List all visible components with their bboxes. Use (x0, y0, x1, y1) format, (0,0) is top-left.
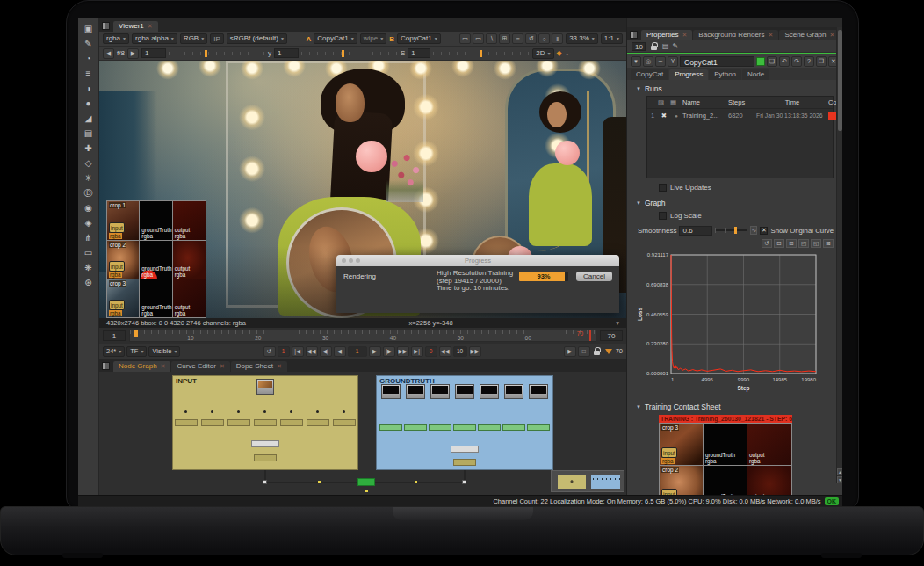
viewer-lut-dropdown[interactable]: sRGBf (default) (227, 33, 287, 44)
pause-icon[interactable]: ‖ (552, 33, 563, 44)
range-end-marker[interactable] (589, 330, 591, 341)
read-node[interactable] (381, 384, 401, 399)
saturation-slider[interactable] (433, 50, 530, 57)
prev-keyframe-button[interactable]: ◀◀ (306, 346, 318, 357)
keyer-tools-icon[interactable]: ◢ (81, 112, 97, 126)
float-panel-icon[interactable]: ❐ (816, 56, 827, 67)
timeline-ruler[interactable]: 10 20 30 40 50 60 70 (129, 330, 596, 342)
tab-properties[interactable]: Properties✕ (641, 30, 692, 40)
transform-tools-icon[interactable]: ✚ (81, 142, 97, 156)
stereo-field[interactable]: 1 (408, 48, 430, 58)
tab-background-renders[interactable]: Background Renders✕ (693, 30, 778, 40)
shuffle-node[interactable] (254, 454, 277, 461)
dot-node[interactable] (184, 410, 187, 413)
run-radio-icon[interactable]: ● (670, 113, 682, 119)
lock-panels-icon[interactable] (651, 46, 657, 50)
read-node[interactable] (406, 384, 425, 399)
in-frame-button[interactable]: 1 (278, 346, 290, 357)
appendclip-node[interactable] (251, 440, 279, 447)
dag-minimap[interactable] (551, 470, 624, 492)
smoothness-field[interactable]: 0.6 (679, 226, 711, 236)
frame-all-icon[interactable]: ⊡ (774, 239, 784, 248)
views-tools-icon[interactable]: ◉ (81, 201, 97, 215)
node-color-swatch[interactable] (756, 57, 765, 66)
film-icon[interactable]: ≡ (512, 33, 523, 44)
play-forward-button[interactable]: ▶ (369, 346, 381, 357)
channel-tools-icon[interactable]: ≡ (81, 67, 97, 81)
plugins-icon[interactable]: ⊛ (81, 276, 97, 290)
monitor-out-icon[interactable]: ▭ (459, 33, 471, 44)
center-node-icon[interactable]: ◎ (643, 56, 653, 67)
increment-button[interactable]: ▶▶ (469, 346, 481, 357)
scroll-down-icon[interactable]: ▼ (837, 476, 842, 483)
range-start-field[interactable]: 1 (103, 330, 126, 341)
crop-node[interactable] (333, 419, 356, 426)
dot-node[interactable] (290, 410, 292, 413)
timeline-frames-dropdown[interactable]: TF (126, 346, 147, 357)
tab-copycat[interactable]: CopyCat (631, 69, 668, 80)
tab-node[interactable]: Node (742, 69, 769, 80)
pane-menu-icon[interactable] (102, 22, 110, 30)
read-node[interactable] (480, 384, 499, 399)
collapse-toolbar-icon[interactable]: ⌄ (565, 50, 570, 57)
scroll-up-icon[interactable]: ▲ (837, 468, 842, 475)
stop-button[interactable]: □ (578, 346, 590, 357)
cancel-button[interactable]: Cancel (576, 272, 612, 281)
view-mode-dropdown[interactable]: 2D (532, 48, 553, 59)
link-icon[interactable]: ≂ (655, 56, 666, 67)
close-tab-icon[interactable]: ✕ (277, 363, 282, 370)
dot-node[interactable] (263, 410, 266, 413)
metadata-tools-icon[interactable]: ◈ (81, 216, 97, 230)
close-tab-icon[interactable]: ✕ (148, 23, 153, 30)
run-row[interactable]: 1 ✖ ● Training_2... 6820 Fri Jan 30 13:1… (647, 109, 833, 122)
toolsets-icon[interactable]: ⋔ (81, 231, 97, 245)
3d-tools-icon[interactable]: ◇ (81, 156, 97, 171)
layer-dropdown[interactable]: rgba.alpha (132, 33, 177, 44)
forward-increment-button[interactable]: |▶ (383, 346, 395, 357)
graph-section-header[interactable]: ▼ Graph (636, 198, 834, 208)
merge-tools-icon[interactable]: ▤ (81, 127, 97, 141)
help-icon[interactable]: ? (804, 56, 814, 67)
minimize-panel-icon[interactable]: ▾ (631, 56, 641, 67)
fps-dropdown[interactable]: 24* (103, 346, 125, 357)
contact-sheet-section-header[interactable]: ▼ Training Contact Sheet (636, 402, 834, 412)
deep-tools-icon[interactable]: Ⓓ (81, 186, 97, 200)
redo-icon[interactable]: ↷ (791, 56, 802, 67)
back-increment-button[interactable]: ◀| (320, 346, 332, 357)
gain-field[interactable]: 1 (141, 48, 166, 58)
close-tab-icon[interactable]: ✕ (220, 363, 225, 370)
window-traffic-lights[interactable] (342, 258, 360, 263)
dot-node[interactable] (316, 410, 319, 413)
node-name-field[interactable]: CopyCat1 (680, 56, 754, 67)
crop-node[interactable] (254, 419, 277, 426)
b-input-dropdown[interactable]: CopyCat1 (397, 33, 441, 44)
filter-tools-icon[interactable]: ● (81, 97, 97, 111)
playhead-marker[interactable] (134, 330, 138, 337)
crop-node-green[interactable] (527, 424, 550, 431)
tab-node-graph[interactable]: Node Graph✕ (113, 361, 170, 372)
loss-graph[interactable]: 0.0000010.2302800.4605590.6908380.921117… (636, 250, 834, 402)
show-original-curve-checkbox[interactable]: ✕ (760, 227, 768, 235)
read-node[interactable] (529, 384, 548, 399)
a-input-dropdown[interactable]: CopyCat1 (314, 33, 357, 44)
collapse-triangle-icon[interactable]: ▼ (636, 86, 641, 91)
grid-column-icon[interactable]: ▦ (670, 98, 682, 106)
clear-panels-icon[interactable]: ▤ (662, 42, 669, 50)
lock-range-icon[interactable] (594, 351, 600, 355)
collapse-info-icon[interactable]: ▾ (616, 319, 619, 327)
draw-tools-icon[interactable]: ✎ (81, 37, 97, 51)
collapse-triangle-icon[interactable]: ▼ (636, 200, 641, 206)
particles-tools-icon[interactable]: ✳ (81, 171, 97, 185)
stack-icon[interactable]: ⊞ (499, 33, 510, 44)
guides-icon[interactable]: ◆ (557, 49, 562, 57)
play-backward-button[interactable]: ◀ (334, 346, 346, 357)
next-keyframe-button[interactable]: ▶▶ (397, 346, 409, 357)
pane-menu-icon[interactable] (630, 31, 638, 39)
crop-node[interactable] (227, 419, 250, 426)
range-mode-dropdown[interactable]: Visible (148, 346, 180, 357)
filter-icon[interactable] (605, 349, 612, 354)
dot-node[interactable] (211, 410, 213, 413)
air-tools-icon[interactable]: ❋ (81, 261, 97, 275)
undo-icon[interactable]: ↶ (779, 56, 790, 67)
loop-mode-button[interactable]: ↺ (263, 346, 276, 357)
